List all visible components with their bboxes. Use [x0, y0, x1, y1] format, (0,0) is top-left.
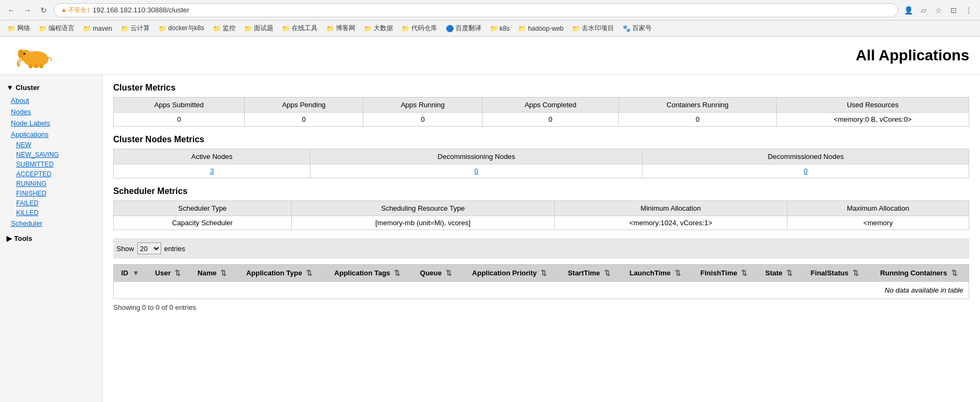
- folder-icon: 📁: [402, 25, 410, 32]
- bookmark-wangluo[interactable]: 📁 网络: [4, 23, 33, 34]
- sidebar-item-running[interactable]: RUNNING: [0, 179, 102, 189]
- bookmark-boke[interactable]: 📁 博客网: [323, 23, 358, 34]
- bookmark-label: docker与k8s: [168, 24, 204, 33]
- bookmark-hadoop-web[interactable]: 📁 hadoop-web: [515, 24, 567, 33]
- val-scheduler-type: Capacity Scheduler: [114, 216, 292, 230]
- sort-starttime-icon: ⇅: [604, 269, 610, 277]
- col-used-resources: Used Resources: [777, 98, 969, 113]
- bookmark-label: 大数据: [374, 24, 393, 33]
- refresh-button[interactable]: ↻: [38, 4, 50, 16]
- cluster-nodes-metrics-table: Active Nodes Decommissioning Nodes Decom…: [113, 149, 969, 178]
- sort-finalstatus-icon: ⇅: [853, 269, 859, 277]
- col-launch-time[interactable]: LaunchTime ⇅: [619, 265, 691, 282]
- star-button[interactable]: ☆: [933, 4, 944, 16]
- entries-label: entries: [164, 245, 185, 253]
- cluster-metrics-table: Apps Submitted Apps Pending Apps Running…: [113, 97, 969, 127]
- folder-icon: 📁: [83, 25, 91, 32]
- no-data-cell: No data available in table: [114, 282, 969, 299]
- svg-rect-5: [34, 65, 38, 68]
- svg-point-3: [23, 53, 25, 55]
- bookmark-docker[interactable]: 📁 docker与k8s: [155, 23, 208, 34]
- sidebar-item-new-saving[interactable]: NEW_SAVING: [0, 150, 102, 160]
- sort-finishtime-icon: ⇅: [741, 269, 747, 277]
- browser-bar: ← → ↻ ▲ 不安全 | 192.168.182.110:30888/clus…: [0, 0, 980, 20]
- folder-icon: 📁: [39, 25, 47, 32]
- cluster-label: Cluster: [16, 84, 40, 92]
- bookmarks-bar: 📁 网络 📁 编程语言 📁 maven 📁 云计算 📁 docker与k8s 📁…: [0, 20, 980, 37]
- col-name[interactable]: Name ⇅: [189, 265, 236, 282]
- sidebar-item-nodes[interactable]: Nodes: [0, 106, 102, 117]
- dog-icon: 🐾: [623, 25, 631, 32]
- account-button[interactable]: 👤: [902, 4, 914, 16]
- val-scheduling-resource-type: [memory-mb (unit=Mi), vcores]: [292, 216, 555, 230]
- scheduler-metrics-title: Scheduler Metrics: [113, 186, 969, 196]
- bookmark-baidu-translate[interactable]: 🔵 百度翻译: [443, 23, 485, 34]
- col-start-time[interactable]: StartTime ⇅: [558, 265, 619, 282]
- sidebar-item-node-labels[interactable]: Node Labels: [0, 117, 102, 129]
- sidebar-item-submitted[interactable]: SUBMITTED: [0, 160, 102, 169]
- val-used-resources: <memory:0 B, vCores:0>: [777, 113, 969, 127]
- tab-restore-button[interactable]: ⊡: [948, 4, 960, 16]
- bookmark-jiankong[interactable]: 📁 监控: [210, 23, 239, 34]
- sort-runningcontainers-icon: ⇅: [951, 269, 957, 277]
- svg-rect-6: [39, 65, 43, 68]
- col-final-status[interactable]: FinalStatus ⇅: [801, 265, 868, 282]
- show-label: Show: [116, 245, 134, 253]
- back-button[interactable]: ←: [5, 4, 17, 16]
- bookmark-label: 在线工具: [292, 24, 318, 33]
- bookmark-dashuju[interactable]: 📁 大数据: [361, 23, 396, 34]
- bookmark-baijia[interactable]: 🐾 百家号: [619, 23, 655, 34]
- bookmark-label: 百度翻译: [456, 24, 481, 33]
- val-minimum-allocation: <memory:1024, vCores:1>: [554, 216, 787, 230]
- tools-section-header[interactable]: ▶ Tools: [0, 231, 102, 246]
- folder-icon: 📁: [518, 25, 526, 32]
- col-user[interactable]: User ⇅: [147, 265, 189, 282]
- tools-label: Tools: [14, 234, 32, 242]
- entries-select[interactable]: 10 20 25 50 100: [137, 242, 161, 254]
- bookmark-yunjiusuan[interactable]: 📁 云计算: [118, 23, 153, 34]
- bookmark-k8s[interactable]: 📁 k8s: [487, 24, 513, 33]
- folder-icon: 📁: [326, 25, 334, 32]
- bookmark-qushuiyin[interactable]: 📁 去水印项目: [569, 23, 617, 34]
- bookmark-label: 网络: [17, 24, 30, 33]
- cluster-nodes-metrics-title: Cluster Nodes Metrics: [113, 135, 969, 144]
- col-apps-completed: Apps Completed: [482, 98, 619, 113]
- bookmark-bianchengyuyan[interactable]: 📁 编程语言: [36, 23, 78, 34]
- url-bar[interactable]: ▲ 不安全 | 192.168.182.110:30888/cluster: [54, 3, 898, 17]
- applications-table-wrapper: ID ▼ User ⇅ Name ⇅: [113, 264, 969, 299]
- sidebar: ▼ Cluster About Nodes Node Labels Applic…: [0, 75, 102, 402]
- header-bar: hadoop All Applications: [0, 37, 980, 75]
- sidebar-item-new[interactable]: NEW: [0, 140, 102, 150]
- val-active-nodes[interactable]: 3: [114, 164, 310, 178]
- browser-icons: 👤 ▱ ☆ ⊡ ⋮: [902, 4, 975, 16]
- bookmark-mianshiti[interactable]: 📁 面试题: [241, 23, 277, 34]
- sidebar-item-finished[interactable]: FINISHED: [0, 189, 102, 198]
- val-maximum-allocation: <memory: [787, 216, 969, 230]
- bookmark-daima[interactable]: 📁 代码仓库: [398, 23, 440, 34]
- col-application-type[interactable]: Application Type ⇅: [235, 265, 323, 282]
- sidebar-item-applications[interactable]: Applications: [0, 129, 102, 140]
- sidebar-item-killed[interactable]: KILLED: [0, 208, 102, 218]
- sidebar-item-about[interactable]: About: [0, 95, 102, 106]
- col-finish-time[interactable]: FinishTime ⇅: [691, 265, 757, 282]
- bookmark-maven[interactable]: 📁 maven: [80, 24, 115, 33]
- forward-button[interactable]: →: [22, 4, 33, 16]
- cast-button[interactable]: ▱: [917, 4, 929, 16]
- show-entries-bar: Show 10 20 25 50 100 entries: [113, 238, 969, 259]
- menu-button[interactable]: ⋮: [963, 4, 975, 16]
- cluster-section-header[interactable]: ▼ Cluster: [0, 80, 102, 95]
- sort-priority-icon: ⇅: [541, 269, 547, 277]
- col-state[interactable]: State ⇅: [757, 265, 800, 282]
- col-queue[interactable]: Queue ⇅: [411, 265, 460, 282]
- bookmark-zaixiangongju[interactable]: 📁 在线工具: [279, 23, 321, 34]
- sidebar-item-scheduler[interactable]: Scheduler: [0, 218, 102, 229]
- col-application-tags[interactable]: Application Tags ⇅: [323, 265, 411, 282]
- col-application-priority[interactable]: Application Priority ⇅: [460, 265, 558, 282]
- folder-icon: 📁: [490, 25, 498, 32]
- val-decommissioning-nodes[interactable]: 0: [310, 164, 643, 178]
- col-id[interactable]: ID ▼: [114, 265, 147, 282]
- sidebar-item-accepted[interactable]: ACCEPTED: [0, 169, 102, 179]
- col-running-containers[interactable]: Running Containers ⇅: [868, 265, 969, 282]
- val-decommissioned-nodes[interactable]: 0: [643, 164, 969, 178]
- sidebar-item-failed[interactable]: FAILED: [0, 198, 102, 208]
